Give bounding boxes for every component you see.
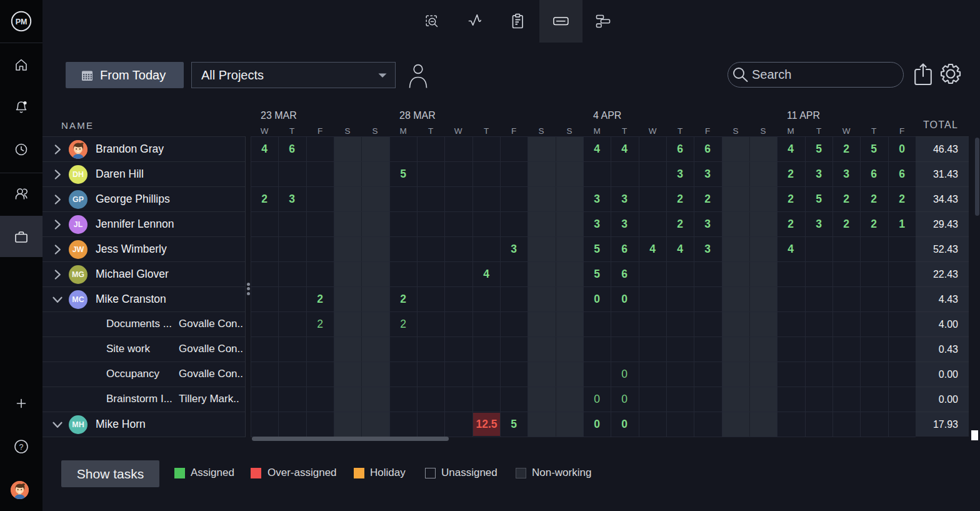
svg-text:?: ? bbox=[19, 443, 24, 452]
svg-text:PM: PM bbox=[16, 18, 28, 26]
